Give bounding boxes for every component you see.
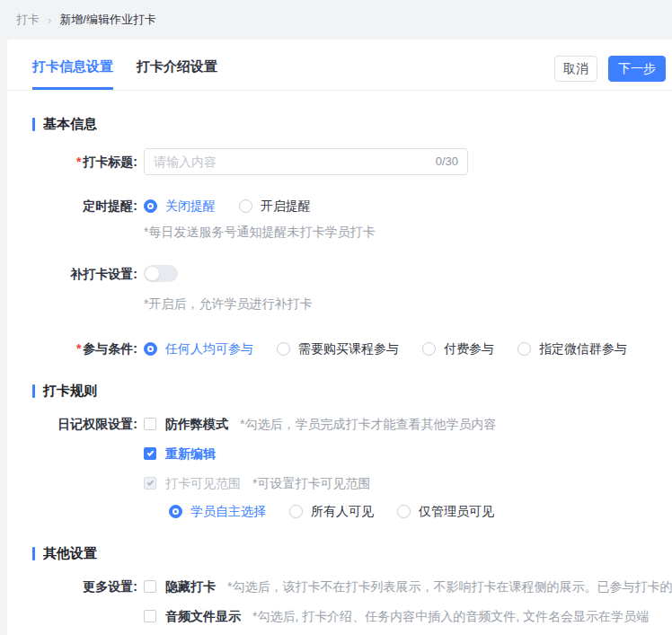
section-title-basic-info: 基本信息 — [32, 116, 672, 133]
radio-option-admin-only[interactable]: 仅管理员可见 — [397, 502, 494, 520]
section-accent-bar — [32, 118, 35, 131]
hide-checkin-checkbox[interactable] — [144, 580, 156, 593]
radio-option-close-reminder[interactable]: 关闭提醒 — [144, 197, 216, 215]
reedit-checkbox[interactable] — [144, 447, 156, 460]
field-row-more-settings: 更多设置: 隐藏打卡 *勾选后，该打卡不在打卡列表展示，不影响打卡在课程侧的展示… — [32, 578, 672, 625]
radio-option-open-reminder[interactable]: 开启提醒 — [239, 197, 311, 215]
audio-display-note: *勾选后, 打卡介绍、任务内容中插入的音频文件, 文件名会显示在学员端 — [252, 607, 649, 625]
radio-label: 学员自主选择 — [190, 502, 266, 520]
section-title-text: 打卡规则 — [43, 383, 97, 400]
breadcrumb: 打卡 › 新增/编辑作业打卡 — [0, 0, 672, 40]
visibility-radio-group: 学员自主选择 所有人可见 仅管理员可见 — [169, 502, 672, 520]
field-row-diary-permissions: 日记权限设置: 防作弊模式 *勾选后，学员完成打卡才能查看其他学员内容 重新编辑 — [32, 415, 672, 520]
radio-option-paid[interactable]: 付费参与 — [422, 340, 494, 357]
field-label-participation: *参与条件: — [32, 340, 137, 357]
char-counter: 0/30 — [436, 153, 458, 171]
check-icon — [146, 479, 154, 486]
hide-checkin-label[interactable]: 隐藏打卡 — [165, 578, 216, 595]
section-title-text: 其他设置 — [43, 545, 97, 562]
field-row-makeup-checkin: 补打卡设置: *开启后，允许学员进行补打卡 — [32, 265, 672, 313]
anticheat-checkbox[interactable] — [144, 418, 156, 430]
field-label-diary-permissions: 日记权限设置: — [32, 415, 137, 433]
field-label-makeup-checkin: 补打卡设置: — [32, 265, 137, 283]
radio-option-wechat-group[interactable]: 指定微信群参与 — [517, 340, 627, 357]
section-title-text: 基本信息 — [43, 116, 97, 133]
section-title-other-settings: 其他设置 — [32, 545, 672, 562]
radio-icon — [239, 199, 252, 213]
tab-checkin-info-settings[interactable]: 打卡信息设置 — [32, 58, 113, 90]
radio-icon — [517, 342, 531, 356]
radio-icon — [289, 505, 303, 518]
header-actions: 取消 下一步 — [554, 56, 666, 82]
content-card: 打卡信息设置 打卡介绍设置 取消 下一步 基本信息 *打卡标题: 0/30 — [7, 40, 672, 635]
tab-checkin-intro-settings[interactable]: 打卡介绍设置 — [137, 58, 217, 90]
audio-display-label[interactable]: 音频文件显示 — [165, 607, 241, 625]
required-mark: * — [76, 341, 81, 356]
field-row-participation: *参与条件: 任何人均可参与 需要购买课程参与 付费参与 — [32, 340, 672, 357]
hide-checkin-check-line: 隐藏打卡 *勾选后，该打卡不在打卡列表展示，不影响打卡在课程侧的展示。已参与打卡… — [144, 578, 672, 595]
tabs-header: 打卡信息设置 打卡介绍设置 取消 下一步 — [7, 40, 672, 91]
required-mark: * — [76, 154, 81, 169]
visibility-label: 打卡可见范围 — [165, 474, 241, 492]
field-row-checkin-title: *打卡标题: 0/30 — [32, 148, 672, 175]
radio-option-anyone[interactable]: 任何人均可参与 — [144, 340, 253, 357]
radio-icon — [144, 199, 157, 213]
anticheat-label[interactable]: 防作弊模式 — [165, 415, 228, 433]
radio-label: 付费参与 — [444, 340, 494, 357]
radio-option-visible-to-all[interactable]: 所有人可见 — [289, 502, 374, 520]
radio-label: 需要购买课程参与 — [298, 340, 399, 357]
breadcrumb-separator-icon: › — [48, 13, 51, 27]
hide-checkin-note: *勾选后，该打卡不在打卡列表展示，不影响打卡在课程侧的展示。已参与打卡的学员不受… — [227, 578, 672, 595]
field-label-checkin-title: *打卡标题: — [32, 153, 137, 171]
field-label-more-settings: 更多设置: — [32, 578, 137, 595]
radio-icon — [397, 505, 411, 518]
field-row-scheduled-reminder: 定时提醒: 关闭提醒 开启提醒 *每日发送服务号通知提醒未打卡学员打卡 — [32, 197, 672, 241]
anticheat-check-line: 防作弊模式 *勾选后，学员完成打卡才能查看其他学员内容 — [144, 415, 672, 433]
radio-icon — [422, 342, 436, 356]
next-step-button[interactable]: 下一步 — [608, 56, 666, 82]
check-icon — [146, 449, 154, 456]
reminder-note: *每日发送服务号通知提醒未打卡学员打卡 — [144, 223, 672, 241]
makeup-note: *开启后，允许学员进行补打卡 — [144, 295, 672, 313]
checkin-title-input[interactable] — [154, 154, 429, 169]
audio-display-check-line: 音频文件显示 *勾选后, 打卡介绍、任务内容中插入的音频文件, 文件名会显示在学… — [144, 607, 672, 625]
radio-option-purchase-course[interactable]: 需要购买课程参与 — [277, 340, 399, 357]
radio-icon — [144, 342, 157, 356]
cancel-button[interactable]: 取消 — [554, 56, 597, 82]
toggle-knob — [145, 266, 160, 281]
visibility-check-line: 打卡可见范围 *可设置打卡可见范围 — [144, 474, 672, 492]
radio-label: 关闭提醒 — [165, 197, 216, 215]
radio-icon — [169, 505, 182, 518]
visibility-checkbox — [144, 477, 156, 489]
radio-label: 开启提醒 — [261, 197, 311, 215]
section-title-checkin-rules: 打卡规则 — [32, 383, 672, 400]
visibility-note: *可设置打卡可见范围 — [252, 474, 370, 492]
section-accent-bar — [32, 547, 35, 560]
radio-option-student-choice[interactable]: 学员自主选择 — [169, 502, 266, 520]
radio-label: 任何人均可参与 — [165, 340, 253, 357]
breadcrumb-item-current: 新增/编辑作业打卡 — [59, 12, 156, 28]
makeup-checkin-toggle[interactable] — [144, 265, 178, 282]
breadcrumb-item-parent[interactable]: 打卡 — [16, 12, 40, 28]
section-accent-bar — [32, 384, 35, 398]
field-label-scheduled-reminder: 定时提醒: — [32, 197, 137, 215]
reedit-label[interactable]: 重新编辑 — [165, 445, 216, 463]
audio-display-checkbox[interactable] — [144, 610, 156, 622]
checkin-settings-form: 基本信息 *打卡标题: 0/30 定时提醒: 关闭提醒 — [7, 116, 672, 625]
radio-label: 指定微信群参与 — [539, 340, 627, 357]
radio-label: 所有人可见 — [311, 502, 374, 520]
anticheat-note: *勾选后，学员完成打卡才能查看其他学员内容 — [240, 415, 496, 433]
reminder-radio-group: 关闭提醒 开启提醒 — [144, 197, 672, 215]
radio-icon — [277, 342, 290, 356]
checkin-title-input-wrap: 0/30 — [144, 148, 468, 175]
participation-radio-group: 任何人均可参与 需要购买课程参与 付费参与 指定微信群参与 — [144, 340, 672, 357]
radio-label: 仅管理员可见 — [419, 502, 494, 520]
reedit-check-line: 重新编辑 — [144, 445, 672, 463]
